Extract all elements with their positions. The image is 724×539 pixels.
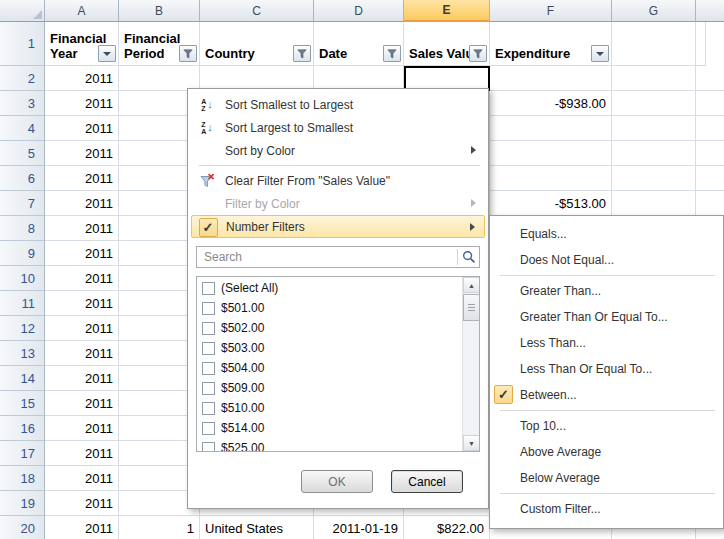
row-header[interactable]: 8 [0, 216, 45, 241]
cell-financial-year[interactable]: 2011 [45, 441, 119, 466]
checkbox[interactable] [202, 382, 215, 395]
header-expenditure[interactable]: Expenditure [490, 22, 612, 66]
column-header-a[interactable]: A [45, 0, 119, 22]
filter-value-item[interactable]: $509.00 [197, 378, 462, 398]
filter-dropdown-financial-year[interactable] [98, 45, 116, 62]
submenu-item-between[interactable]: ✓ Between... [490, 382, 723, 408]
checkbox[interactable] [202, 282, 215, 295]
submenu-item-custom-filter[interactable]: Custom Filter... [490, 496, 723, 522]
menu-item-number-filters[interactable]: ✓ Number Filters [191, 215, 485, 238]
cell-financial-year[interactable]: 2011 [45, 191, 119, 216]
cell-financial-year[interactable]: 2011 [45, 416, 119, 441]
submenu-item-greater-than[interactable]: Greater Than... [490, 278, 723, 304]
row-header[interactable]: 4 [0, 116, 45, 141]
cell-country[interactable]: United States [200, 516, 314, 539]
filter-dropdown-sales-value[interactable] [469, 45, 487, 62]
cell-g[interactable] [612, 191, 696, 216]
column-header-f[interactable]: F [490, 0, 612, 22]
submenu-item-less-than[interactable]: Less Than... [490, 330, 723, 356]
scroll-down-button[interactable]: ▼ [463, 435, 480, 451]
search-icon[interactable] [462, 250, 476, 264]
header-date[interactable]: Date [314, 22, 404, 66]
column-header-b[interactable]: B [119, 0, 200, 22]
cell-financial-year[interactable]: 2011 [45, 166, 119, 191]
row-header[interactable]: 20 [0, 516, 45, 539]
checkbox[interactable] [202, 402, 215, 415]
ok-button[interactable]: OK [301, 470, 373, 493]
filter-value-item[interactable]: (Select All) [197, 278, 462, 298]
header-country[interactable]: Country [200, 22, 314, 66]
cell-financial-year[interactable]: 2011 [45, 491, 119, 516]
column-header-g[interactable]: G [612, 0, 696, 22]
cell-financial-year[interactable]: 2011 [45, 291, 119, 316]
scrollbar-thumb[interactable] [463, 294, 480, 321]
cell-financial-year[interactable]: 2011 [45, 466, 119, 491]
cell-financial-year[interactable]: 2011 [45, 391, 119, 416]
cell-financial-year[interactable]: 2011 [45, 216, 119, 241]
cell-financial-year[interactable]: 2011 [45, 341, 119, 366]
header-financial-period[interactable]: Financial Period [119, 22, 200, 66]
cell-financial-year[interactable]: 2011 [45, 516, 119, 539]
filter-value-item[interactable]: $514.00 [197, 418, 462, 438]
checkbox[interactable] [202, 362, 215, 375]
menu-item-sort-largest-to-smallest[interactable]: ZA ↓ Sort Largest to Smallest [191, 116, 485, 139]
row-header[interactable]: 7 [0, 191, 45, 216]
row-header[interactable]: 9 [0, 241, 45, 266]
column-header-e[interactable]: E [404, 0, 490, 22]
menu-item-clear-filter[interactable]: Clear Filter From "Sales Value" [191, 169, 485, 192]
submenu-item-greater-than-or-equal[interactable]: Greater Than Or Equal To... [490, 304, 723, 330]
filter-value-item[interactable]: $502.00 [197, 318, 462, 338]
filter-dropdown-country[interactable] [293, 45, 311, 62]
checkbox[interactable] [202, 322, 215, 335]
search-input[interactable] [202, 249, 457, 265]
filter-value-item[interactable]: $525.00 [197, 438, 462, 452]
submenu-item-does-not-equal[interactable]: Does Not Equal... [490, 247, 723, 273]
column-header-c[interactable]: C [200, 0, 314, 22]
filter-dropdown-date[interactable] [383, 45, 401, 62]
cell-expenditure[interactable] [490, 66, 612, 91]
column-header-d[interactable]: D [314, 0, 404, 22]
cell-financial-year[interactable]: 2011 [45, 66, 119, 91]
filter-dropdown-expenditure[interactable] [591, 45, 609, 62]
cell-financial-year[interactable]: 2011 [45, 116, 119, 141]
scroll-up-button[interactable]: ▲ [463, 277, 480, 293]
cell-financial-year[interactable]: 2011 [45, 141, 119, 166]
filter-value-item[interactable]: $510.00 [197, 398, 462, 418]
row-header[interactable]: 19 [0, 491, 45, 516]
checkbox[interactable] [202, 302, 215, 315]
row-header[interactable]: 15 [0, 391, 45, 416]
filter-value-item[interactable]: $501.00 [197, 298, 462, 318]
row-header[interactable]: 17 [0, 441, 45, 466]
cell-date[interactable]: 2011-01-19 [314, 516, 404, 539]
row-header[interactable]: 14 [0, 366, 45, 391]
cell-financial-year[interactable]: 2011 [45, 241, 119, 266]
filter-dropdown-financial-period[interactable] [179, 45, 197, 62]
cancel-button[interactable]: Cancel [391, 470, 463, 493]
menu-item-sort-smallest-to-largest[interactable]: AZ ↓ Sort Smallest to Largest [191, 93, 485, 116]
scrollbar[interactable]: ▲ ▼ [462, 277, 479, 451]
cell-expenditure[interactable] [490, 116, 612, 141]
row-header[interactable]: 13 [0, 341, 45, 366]
submenu-item-below-average[interactable]: Below Average [490, 465, 723, 491]
submenu-item-less-than-or-equal[interactable]: Less Than Or Equal To... [490, 356, 723, 382]
row-header[interactable]: 6 [0, 166, 45, 191]
row-header[interactable]: 12 [0, 316, 45, 341]
cell-expenditure[interactable] [490, 141, 612, 166]
checkbox[interactable] [202, 342, 215, 355]
cell-financial-year[interactable]: 2011 [45, 266, 119, 291]
row-header[interactable]: 11 [0, 291, 45, 316]
row-header[interactable]: 16 [0, 416, 45, 441]
filter-value-item[interactable]: $504.00 [197, 358, 462, 378]
checkbox[interactable] [202, 422, 215, 435]
cell-financial-year[interactable]: 2011 [45, 316, 119, 341]
cell-financial-year[interactable]: 2011 [45, 91, 119, 116]
cell-g[interactable] [612, 141, 696, 166]
row-header-1[interactable]: 1 [0, 22, 45, 66]
submenu-item-top-10[interactable]: Top 10... [490, 413, 723, 439]
cell-g[interactable] [612, 91, 696, 116]
cell-g[interactable] [612, 166, 696, 191]
cell-expenditure[interactable]: -$513.00 [490, 191, 612, 216]
cell-financial-year[interactable]: 2011 [45, 366, 119, 391]
row-header[interactable]: 3 [0, 91, 45, 116]
row-header[interactable]: 5 [0, 141, 45, 166]
